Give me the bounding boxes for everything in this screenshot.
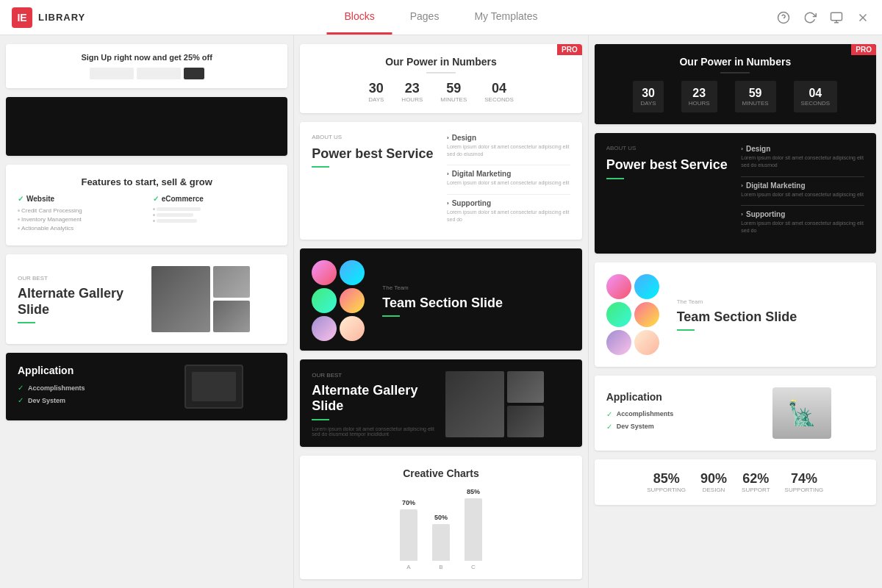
gallery-content: OUR BEST Alternate Gallery Slide xyxy=(6,254,287,344)
stats-light-card[interactable]: 85% SUPPORTING 90% DESIGN 62% SUPPORT 74… xyxy=(595,459,876,505)
pbs-dark-card[interactable]: ABOUT US Power best Service › Design Lor… xyxy=(595,133,876,254)
refresh-icon[interactable] xyxy=(803,10,817,25)
email-input-preview xyxy=(90,68,134,79)
bar-fill-3 xyxy=(465,498,482,561)
team-light-card[interactable]: The Team Team Section Slide xyxy=(595,262,876,367)
team-dark-card[interactable]: The Team Team Section Slide xyxy=(300,248,581,351)
pbs-dark-label: ABOUT US xyxy=(606,145,730,151)
features-card[interactable]: Features to start, sell & grow ✓ Website… xyxy=(6,165,287,245)
gallery-main-image xyxy=(151,266,210,332)
team-light-photo-6 xyxy=(634,330,659,355)
gallery-dark-card[interactable]: OUR BEST Alternate Gallery Slide Lorem i… xyxy=(300,359,581,447)
app-feature-2: ✓ Dev System xyxy=(18,396,143,404)
tab-pages[interactable]: Pages xyxy=(392,0,457,35)
signup-btn-preview xyxy=(184,68,204,79)
signup-form xyxy=(15,68,279,79)
elementor-logo: IE xyxy=(12,7,32,28)
signup-title: Sign Up right now and get 25% off xyxy=(15,53,279,62)
stat-dark-hours: 23 HOURS xyxy=(681,81,717,112)
pbs-content: ABOUT US Power best Service › Design Lor… xyxy=(300,122,581,240)
gallery-right xyxy=(151,266,276,332)
numbers-title: Our Power in Numbers xyxy=(312,56,570,68)
team-light-photo-3 xyxy=(606,302,631,327)
pbs-dark-right: › Design Lorem ipsum dolor sit amet cons… xyxy=(741,145,864,242)
team-photo-1 xyxy=(312,260,337,285)
team-info: The Team Team Section Slide xyxy=(382,284,570,318)
gallery-light-card[interactable]: OUR BEST Alternate Gallery Slide xyxy=(6,254,287,344)
feature-item xyxy=(153,219,276,223)
team-content: The Team Team Section Slide xyxy=(300,248,581,351)
gallery-dark-desc: Lorem ipsum dolor sit amet consectetur a… xyxy=(312,426,437,437)
app-light-card[interactable]: Application ✓ Accomplishments ✓ Dev Syst… xyxy=(595,376,876,451)
charts-content: Creative Charts 70% A 50% B 85% xyxy=(300,456,581,579)
stat-minutes: 59 MINUTES xyxy=(440,81,467,103)
main-content: Sign Up right now and get 25% off Featur… xyxy=(0,35,882,588)
tab-my-templates[interactable]: My Templates xyxy=(456,0,555,35)
team-photo-2 xyxy=(340,260,365,285)
check-icon: ✓ xyxy=(18,396,24,404)
gallery-title: Alternate Gallery Slide xyxy=(18,286,143,318)
stat-supporting-1: 85% SUPPORTING xyxy=(647,471,686,493)
stat-design: 90% DESIGN xyxy=(700,471,727,493)
numbers-dark-divider xyxy=(720,72,750,74)
app-light-content: Application ✓ Accomplishments ✓ Dev Syst… xyxy=(595,376,876,451)
numbers-light-card[interactable]: PRO Our Power in Numbers 30 DAYS 23 HOUR… xyxy=(300,44,581,113)
team-photo-6 xyxy=(340,316,365,341)
column-1: Sign Up right now and get 25% off Featur… xyxy=(0,35,293,588)
team-light-accent-line xyxy=(677,329,695,331)
app-feature-text-1: Accomplishments xyxy=(28,384,85,392)
header-left: IE LIBRARY xyxy=(12,7,85,28)
team-light-label: The Team xyxy=(677,298,864,305)
pbs-dark-left: ABOUT US Power best Service xyxy=(606,145,730,179)
pbs-light-card[interactable]: ABOUT US Power best Service › Design Lor… xyxy=(300,122,581,240)
laptop-statue-image: 🗽 xyxy=(772,387,831,439)
chart-bar-1: 70% A xyxy=(400,499,417,570)
gallery-dark-thumbnails xyxy=(507,371,544,437)
column-2: PRO Our Power in Numbers 30 DAYS 23 HOUR… xyxy=(294,35,587,588)
gallery-thumbnails xyxy=(213,266,250,332)
check-icon: ✓ xyxy=(153,195,159,203)
help-icon[interactable] xyxy=(776,10,791,25)
team-title: Team Section Slide xyxy=(382,295,570,312)
app-light-feature-1: ✓ Accomplishments xyxy=(606,410,731,418)
check-icon: ✓ xyxy=(18,384,24,392)
black-hero-card[interactable] xyxy=(6,97,287,156)
feature-item: Inventory Management xyxy=(18,216,141,223)
tab-blocks[interactable]: Blocks xyxy=(326,0,392,35)
gallery-dark-left: OUR BEST Alternate Gallery Slide Lorem i… xyxy=(312,372,437,437)
team-light-photo-5 xyxy=(606,330,631,355)
gallery-dark-content: OUR BEST Alternate Gallery Slide Lorem i… xyxy=(300,359,581,447)
pbs-dark-divider xyxy=(741,176,864,177)
pro-badge: PRO xyxy=(851,44,876,55)
close-icon[interactable] xyxy=(856,10,870,25)
numbers-dark-card[interactable]: PRO Our Power in Numbers 30 DAYS 23 HOUR… xyxy=(595,44,876,124)
stat-days: 30 DAYS xyxy=(368,81,384,103)
app-dark-card[interactable]: Application ✓ Accomplishments ✓ Dev Syst… xyxy=(6,353,287,420)
stat-dark-days: 30 DAYS xyxy=(633,81,663,112)
team-light-content: The Team Team Section Slide xyxy=(595,262,876,367)
stat-seconds: 04 SECONDS xyxy=(484,81,514,103)
team-light-photo-2 xyxy=(634,274,659,299)
pro-badge: PRO xyxy=(557,44,582,55)
numbers-row: 30 DAYS 23 HOURS 59 MINUTES 04 SECONDS xyxy=(312,81,570,103)
gallery-left: OUR BEST Alternate Gallery Slide xyxy=(18,275,143,323)
save-icon[interactable] xyxy=(829,10,844,25)
charts-card[interactable]: Creative Charts 70% A 50% B 85% xyxy=(300,456,581,579)
charts-title: Creative Charts xyxy=(312,467,570,479)
gallery-thumb-1 xyxy=(213,266,250,298)
feature-item xyxy=(153,213,276,217)
arrow-icon: › xyxy=(447,171,449,177)
pbs-divider xyxy=(447,194,570,195)
numbers-dark-content: Our Power in Numbers 30 DAYS 23 HOURS 59… xyxy=(595,44,876,124)
column-3: PRO Our Power in Numbers 30 DAYS 23 HOUR… xyxy=(589,35,882,588)
feature-item: Credit Card Processing xyxy=(18,207,141,214)
team-photo-5 xyxy=(312,316,337,341)
pbs-service-1: › Design Lorem ipsum dolor sit amet cons… xyxy=(447,134,570,158)
bar-fill-1 xyxy=(400,509,417,561)
team-photos xyxy=(312,260,370,341)
pbs-dark-service-2: › Digital Marketing Lorem ipsum dolor si… xyxy=(741,182,864,198)
signup-card[interactable]: Sign Up right now and get 25% off xyxy=(6,44,287,88)
stat-supporting-2: 74% SUPPORTING xyxy=(785,471,824,493)
app-feature-text-2: Dev System xyxy=(28,397,65,404)
pbs-dark-service-1: › Design Lorem ipsum dolor sit amet cons… xyxy=(741,145,864,169)
